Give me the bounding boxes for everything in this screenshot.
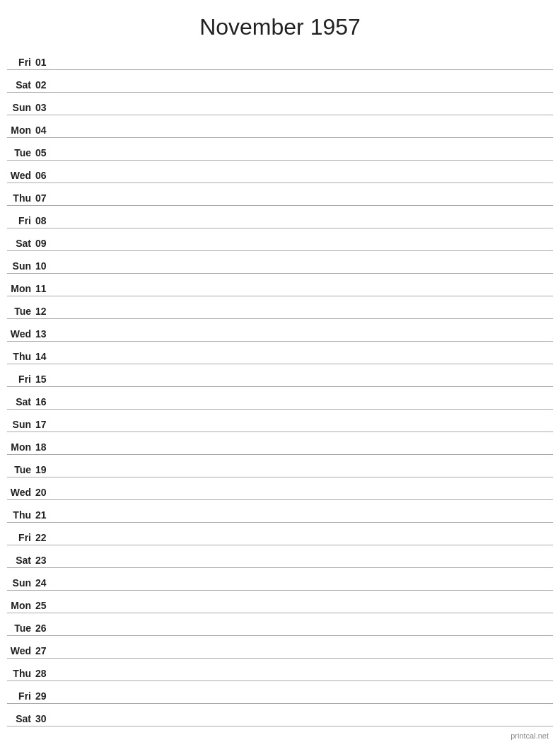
day-row: Fri29	[7, 681, 553, 704]
day-number: 17	[34, 419, 54, 430]
day-row: Thu21	[7, 500, 553, 523]
day-name: Tue	[7, 622, 34, 634]
day-name: Tue	[7, 464, 34, 475]
day-number: 30	[34, 713, 54, 724]
day-number: 06	[34, 170, 54, 181]
day-number: 07	[34, 192, 54, 204]
day-name: Wed	[7, 170, 34, 181]
day-row: Sat30	[7, 704, 553, 726]
day-name: Tue	[7, 147, 34, 158]
day-number: 16	[34, 396, 54, 407]
day-row: Mon04	[7, 115, 553, 138]
day-row: Fri08	[7, 206, 553, 228]
day-row: Fri22	[7, 523, 553, 545]
day-name: Sat	[7, 713, 34, 724]
day-number: 27	[34, 645, 54, 656]
calendar-container: Fri01Sat02Sun03Mon04Tue05Wed06Thu07Fri08…	[0, 47, 560, 726]
day-number: 10	[34, 260, 54, 272]
day-name: Wed	[7, 487, 34, 498]
day-number: 25	[34, 600, 54, 611]
day-name: Wed	[7, 645, 34, 656]
day-row: Thu28	[7, 659, 553, 681]
day-number: 20	[34, 487, 54, 498]
day-name: Sun	[7, 419, 34, 430]
day-number: 11	[34, 283, 54, 294]
day-row: Thu14	[7, 342, 553, 364]
day-row: Thu07	[7, 183, 553, 206]
day-row: Tue12	[7, 296, 553, 319]
day-name: Mon	[7, 283, 34, 294]
day-number: 03	[34, 102, 54, 113]
day-number: 05	[34, 147, 54, 158]
day-name: Mon	[7, 441, 34, 453]
day-number: 02	[34, 79, 54, 91]
day-row: Sun03	[7, 93, 553, 115]
day-number: 18	[34, 441, 54, 453]
footer-credit: printcal.net	[511, 731, 549, 740]
day-name: Sat	[7, 555, 34, 566]
day-number: 14	[34, 351, 54, 362]
day-name: Fri	[7, 690, 34, 702]
day-number: 28	[34, 668, 54, 679]
day-row: Tue26	[7, 613, 553, 636]
day-row: Wed27	[7, 636, 553, 659]
day-name: Fri	[7, 374, 34, 385]
day-number: 13	[34, 328, 54, 340]
day-name: Sat	[7, 238, 34, 249]
day-name: Wed	[7, 328, 34, 340]
day-number: 12	[34, 306, 54, 317]
page-title: November 1957	[0, 0, 560, 47]
day-name: Thu	[7, 509, 34, 521]
day-row: Sat02	[7, 70, 553, 93]
day-name: Thu	[7, 351, 34, 362]
day-name: Sun	[7, 102, 34, 113]
day-number: 23	[34, 555, 54, 566]
day-name: Thu	[7, 192, 34, 204]
day-name: Sat	[7, 396, 34, 407]
day-row: Sun17	[7, 410, 553, 432]
day-number: 01	[34, 57, 54, 68]
day-number: 26	[34, 622, 54, 634]
day-name: Fri	[7, 532, 34, 543]
day-name: Fri	[7, 57, 34, 68]
day-row: Fri01	[7, 47, 553, 70]
day-number: 08	[34, 215, 54, 226]
day-row: Sat09	[7, 228, 553, 251]
day-row: Wed06	[7, 161, 553, 183]
day-name: Tue	[7, 306, 34, 317]
day-number: 29	[34, 690, 54, 702]
day-name: Sat	[7, 79, 34, 91]
day-name: Mon	[7, 124, 34, 136]
day-row: Sat16	[7, 387, 553, 410]
day-name: Mon	[7, 600, 34, 611]
day-row: Wed20	[7, 477, 553, 500]
day-number: 04	[34, 124, 54, 136]
day-row: Mon18	[7, 432, 553, 455]
day-number: 09	[34, 238, 54, 249]
day-row: Fri15	[7, 364, 553, 387]
day-row: Tue19	[7, 455, 553, 477]
day-number: 22	[34, 532, 54, 543]
day-number: 15	[34, 374, 54, 385]
day-row: Mon11	[7, 274, 553, 296]
day-name: Sun	[7, 577, 34, 589]
day-row: Sun24	[7, 568, 553, 591]
day-name: Fri	[7, 215, 34, 226]
day-number: 19	[34, 464, 54, 475]
day-row: Mon25	[7, 591, 553, 613]
day-row: Sat23	[7, 545, 553, 568]
day-row: Wed13	[7, 319, 553, 342]
day-number: 21	[34, 509, 54, 521]
day-name: Thu	[7, 668, 34, 679]
day-row: Tue05	[7, 138, 553, 161]
day-name: Sun	[7, 260, 34, 272]
day-number: 24	[34, 577, 54, 589]
day-row: Sun10	[7, 251, 553, 274]
